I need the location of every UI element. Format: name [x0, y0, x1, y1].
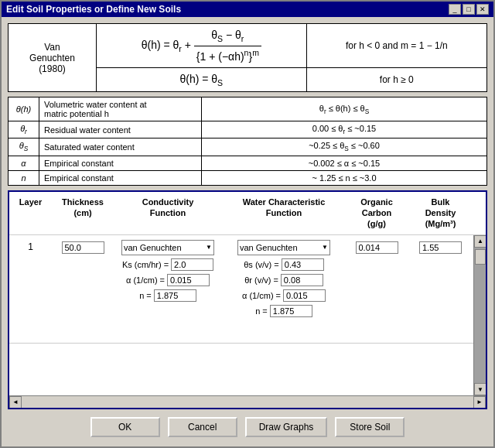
organic-input[interactable]: [356, 241, 398, 254]
layer-thickness-cell: [52, 238, 114, 254]
minimize-button[interactable]: _: [449, 4, 461, 15]
header-layer: Layer: [9, 195, 52, 231]
formula-table: VanGenuchten(1980) θ(h) = θr + θS − θr {…: [8, 23, 487, 92]
alpha-w-input[interactable]: [283, 289, 326, 302]
scroll-down-button[interactable]: ▼: [474, 383, 486, 395]
legend-desc-alpha: Empirical constant: [39, 156, 202, 170]
legend-desc-thetar: Residual water content: [39, 121, 202, 139]
scroll-thumb[interactable]: [475, 249, 486, 265]
header-organic: OrganicCarbon(g/g): [346, 195, 408, 231]
layer-organic-cell: [346, 238, 408, 254]
legend-desc-thetas: Saturated water content: [39, 139, 202, 156]
legend-range-alpha: ~0.002 ≤ α ≤ ~0.15: [202, 156, 487, 170]
water-value: van Genuchten: [240, 243, 298, 252]
window-title: Edit Soil Properties or Define New Soils: [6, 4, 181, 15]
br-label: θr (v/v) =: [244, 275, 278, 285]
legend-range-thetas: ~0.25 ≤ θS ≤ ~0.60: [202, 139, 487, 156]
table-row: 1 van Genuchten ▼ Ks (cm/hr) =: [9, 235, 473, 344]
conductivity-dropdown[interactable]: van Genuchten ▼: [121, 240, 214, 255]
alpha-c-label: α (1/cm) =: [126, 275, 165, 285]
bs-row: θs (v/v) =: [244, 258, 324, 271]
legend-table: θ(h) Volumetric water content atmatric p…: [8, 97, 487, 185]
alpha-w-row: α (1/cm) =: [242, 289, 326, 302]
layers-scroll-content: 1 van Genuchten ▼ Ks (cm/hr) =: [9, 235, 473, 396]
legend-symbol-thetas: θS: [9, 139, 39, 156]
legend-range-thetar: 0.00 ≤ θr ≤ ~0.15: [202, 121, 487, 139]
scroll-track: [474, 248, 486, 384]
vertical-scrollbar: ▲ ▼: [473, 235, 486, 396]
conductivity-value: van Genuchten: [124, 243, 182, 252]
legend-symbol-alpha: α: [9, 156, 39, 170]
content-area: VanGenuchten(1980) θ(h) = θr + θS − θr {…: [2, 17, 493, 446]
legend-row-thetas: θS Saturated water content ~0.25 ≤ θS ≤ …: [9, 139, 487, 156]
legend-symbol-thetar: θr: [9, 121, 39, 139]
legend-desc-theta: Volumetric water content atmatric potent…: [39, 97, 202, 121]
layers-body: 1 van Genuchten ▼ Ks (cm/hr) =: [9, 235, 486, 396]
header-thickness: Thickness(cm): [52, 195, 114, 231]
legend-row-theta: θ(h) Volumetric water content atmatric p…: [9, 97, 487, 121]
horizontal-scrollbar: ◄ ►: [9, 395, 486, 408]
scroll-up-button[interactable]: ▲: [474, 235, 486, 248]
ks-label: Ks (cm/hr) =: [122, 260, 169, 269]
buttons-row: OK Cancel Draw Graphs Store Soil: [8, 414, 487, 440]
draw-graphs-button[interactable]: Draw Graphs: [245, 417, 328, 437]
formula-cond2: for h ≥ 0: [306, 67, 486, 92]
ks-input[interactable]: [171, 258, 213, 271]
layer-conductivity-cell: van Genuchten ▼ Ks (cm/hr) = α (1/cm) =: [114, 238, 222, 303]
n-c-label: n =: [139, 291, 152, 300]
formula-cond1: for h < 0 and m = 1 − 1/n: [306, 24, 486, 68]
alpha-c-row: α (1/cm) =: [126, 274, 210, 286]
water-dropdown[interactable]: van Genuchten ▼: [237, 240, 330, 255]
legend-row-n: n Empirical constant ~ 1.25 ≤ n ≤ ~3.0: [9, 170, 487, 185]
alpha-w-label: α (1/cm) =: [242, 291, 281, 300]
legend-row-alpha: α Empirical constant ~0.002 ≤ α ≤ ~0.15: [9, 156, 487, 170]
cancel-button[interactable]: Cancel: [168, 417, 237, 437]
main-window: Edit Soil Properties or Define New Soils…: [0, 0, 495, 448]
bulk-input[interactable]: [419, 241, 462, 254]
legend-row-thetar: θr Residual water content 0.00 ≤ θr ≤ ~0…: [9, 121, 487, 139]
alpha-c-input[interactable]: [167, 274, 210, 286]
title-bar-buttons: _ □ ✕: [449, 4, 489, 15]
br-input[interactable]: [281, 274, 323, 286]
bs-input[interactable]: [282, 258, 324, 271]
scroll-left-button[interactable]: ◄: [9, 396, 22, 409]
legend-range-n: ~ 1.25 ≤ n ≤ ~3.0: [202, 170, 487, 185]
header-bulk: BulkDensity(Mg/m³): [408, 195, 473, 231]
formula-eq1: θ(h) = θr + θS − θr {1 + (−αh)n}m: [96, 24, 306, 68]
n-w-label: n =: [255, 306, 268, 316]
ok-button[interactable]: OK: [90, 417, 160, 437]
legend-desc-n: Empirical constant: [39, 170, 202, 185]
van-genuchten-label: VanGenuchten(1980): [9, 24, 97, 92]
scroll-right-button[interactable]: ►: [473, 396, 486, 409]
n-w-row: n =: [255, 305, 312, 317]
header-water: Water CharacteristicFunction: [222, 195, 346, 231]
water-arrow-icon: ▼: [322, 244, 328, 251]
ks-row: Ks (cm/hr) =: [122, 258, 213, 271]
n-c-row: n =: [139, 289, 196, 302]
formula-eq2: θ(h) = θS: [96, 67, 306, 92]
header-conductivity: ConductivityFunction: [114, 195, 222, 231]
layer-water-cell: van Genuchten ▼ θs (v/v) = θr (v/v) =: [222, 238, 346, 319]
bs-label: θs (v/v) =: [244, 260, 279, 269]
conductivity-arrow-icon: ▼: [206, 244, 212, 251]
layers-header: Layer Thickness(cm) ConductivityFunction…: [9, 192, 486, 235]
hscroll-track: [22, 396, 473, 409]
legend-symbol-n: n: [9, 170, 39, 185]
legend-symbol-theta: θ(h): [9, 97, 39, 121]
maximize-button[interactable]: □: [463, 4, 475, 15]
layers-container: Layer Thickness(cm) ConductivityFunction…: [8, 190, 487, 409]
legend-range-theta: θr ≤ θ(h) ≤ θS: [202, 97, 487, 121]
title-bar: Edit Soil Properties or Define New Soils…: [2, 2, 493, 17]
layer-number: 1: [9, 238, 52, 252]
store-soil-button[interactable]: Store Soil: [335, 417, 405, 437]
n-w-input[interactable]: [270, 305, 312, 317]
br-row: θr (v/v) =: [244, 274, 323, 286]
n-c-input[interactable]: [154, 289, 196, 302]
thickness-input[interactable]: [62, 241, 104, 254]
layer-bulk-cell: [408, 238, 473, 254]
close-button[interactable]: ✕: [476, 4, 489, 15]
